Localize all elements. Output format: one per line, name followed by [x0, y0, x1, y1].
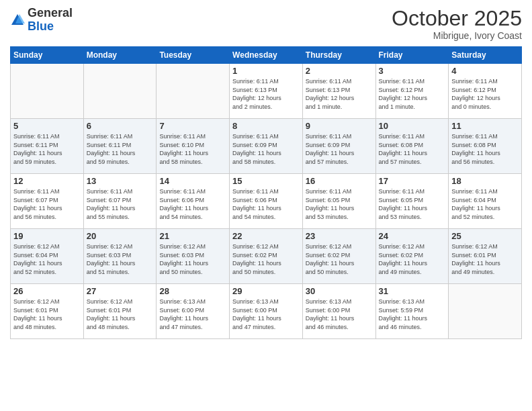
logo-blue: Blue [28, 19, 54, 33]
day-info: Sunrise: 6:12 AM Sunset: 6:04 PM Dayligh… [13, 242, 81, 276]
day-number: 22 [232, 231, 300, 241]
calendar-cell: 23Sunrise: 6:12 AM Sunset: 6:02 PM Dayli… [302, 229, 375, 284]
day-info: Sunrise: 6:13 AM Sunset: 6:00 PM Dayligh… [306, 298, 373, 331]
weekday-header: Saturday [449, 47, 522, 64]
calendar-cell: 26Sunrise: 6:12 AM Sunset: 6:01 PM Dayli… [11, 284, 84, 339]
calendar-cell: 20Sunrise: 6:12 AM Sunset: 6:03 PM Dayli… [83, 229, 157, 284]
header: General Blue October 2025 Mibrigue, Ivor… [10, 7, 522, 41]
day-info: Sunrise: 6:11 AM Sunset: 6:09 PM Dayligh… [232, 132, 300, 166]
calendar-cell: 6Sunrise: 6:11 AM Sunset: 6:11 PM Daylig… [83, 119, 157, 174]
day-number: 27 [87, 286, 154, 296]
calendar-cell: 17Sunrise: 6:11 AM Sunset: 6:05 PM Dayli… [375, 174, 449, 229]
day-info: Sunrise: 6:12 AM Sunset: 6:03 PM Dayligh… [159, 242, 226, 276]
day-info: Sunrise: 6:12 AM Sunset: 6:01 PM Dayligh… [87, 298, 154, 331]
day-number: 14 [159, 176, 226, 186]
calendar-cell: 19Sunrise: 6:12 AM Sunset: 6:04 PM Dayli… [11, 229, 84, 284]
day-number: 28 [159, 286, 226, 296]
day-info: Sunrise: 6:11 AM Sunset: 6:13 PM Dayligh… [306, 77, 373, 111]
day-number: 20 [87, 231, 154, 241]
calendar-cell: 29Sunrise: 6:13 AM Sunset: 6:00 PM Dayli… [230, 284, 303, 339]
calendar-cell: 24Sunrise: 6:12 AM Sunset: 6:02 PM Dayli… [375, 229, 449, 284]
day-info: Sunrise: 6:12 AM Sunset: 6:03 PM Dayligh… [87, 242, 154, 276]
day-info: Sunrise: 6:11 AM Sunset: 6:11 PM Dayligh… [87, 132, 154, 166]
day-info: Sunrise: 6:11 AM Sunset: 6:07 PM Dayligh… [87, 187, 154, 221]
day-info: Sunrise: 6:11 AM Sunset: 6:09 PM Dayligh… [306, 132, 373, 166]
calendar-week-row: 26Sunrise: 6:12 AM Sunset: 6:01 PM Dayli… [11, 284, 522, 339]
day-number: 11 [451, 121, 519, 131]
weekday-header: Friday [375, 47, 449, 64]
day-number: 15 [232, 176, 300, 186]
calendar-cell: 11Sunrise: 6:11 AM Sunset: 6:08 PM Dayli… [449, 119, 522, 174]
day-number: 8 [232, 121, 300, 131]
location-subtitle: Mibrigue, Ivory Coast [392, 30, 522, 41]
day-info: Sunrise: 6:11 AM Sunset: 6:04 PM Dayligh… [451, 187, 519, 221]
calendar-cell [449, 284, 522, 339]
day-number: 1 [232, 66, 300, 76]
day-number: 12 [13, 176, 81, 186]
calendar-cell: 7Sunrise: 6:11 AM Sunset: 6:10 PM Daylig… [157, 119, 230, 174]
calendar-cell: 2Sunrise: 6:11 AM Sunset: 6:13 PM Daylig… [302, 64, 375, 119]
calendar-week-row: 12Sunrise: 6:11 AM Sunset: 6:07 PM Dayli… [11, 174, 522, 229]
calendar-cell: 15Sunrise: 6:11 AM Sunset: 6:06 PM Dayli… [230, 174, 303, 229]
calendar-cell: 30Sunrise: 6:13 AM Sunset: 6:00 PM Dayli… [302, 284, 375, 339]
weekday-header: Monday [83, 47, 157, 64]
calendar-cell: 21Sunrise: 6:12 AM Sunset: 6:03 PM Dayli… [157, 229, 230, 284]
logo: General Blue [10, 7, 73, 34]
day-number: 10 [379, 121, 446, 131]
day-info: Sunrise: 6:11 AM Sunset: 6:06 PM Dayligh… [232, 187, 300, 221]
calendar-week-row: 5Sunrise: 6:11 AM Sunset: 6:11 PM Daylig… [11, 119, 522, 174]
day-number: 17 [379, 176, 446, 186]
day-number: 30 [306, 286, 373, 296]
day-info: Sunrise: 6:11 AM Sunset: 6:05 PM Dayligh… [379, 187, 446, 221]
day-info: Sunrise: 6:11 AM Sunset: 6:08 PM Dayligh… [451, 132, 519, 166]
calendar-cell: 9Sunrise: 6:11 AM Sunset: 6:09 PM Daylig… [302, 119, 375, 174]
calendar-cell: 25Sunrise: 6:12 AM Sunset: 6:01 PM Dayli… [449, 229, 522, 284]
calendar-cell: 1Sunrise: 6:11 AM Sunset: 6:13 PM Daylig… [230, 64, 303, 119]
day-info: Sunrise: 6:11 AM Sunset: 6:07 PM Dayligh… [13, 187, 81, 221]
day-info: Sunrise: 6:12 AM Sunset: 6:01 PM Dayligh… [451, 242, 519, 276]
calendar-cell: 5Sunrise: 6:11 AM Sunset: 6:11 PM Daylig… [11, 119, 84, 174]
calendar-cell: 10Sunrise: 6:11 AM Sunset: 6:08 PM Dayli… [375, 119, 449, 174]
weekday-header: Sunday [11, 47, 84, 64]
header-row: SundayMondayTuesdayWednesdayThursdayFrid… [11, 47, 522, 64]
day-number: 25 [451, 231, 519, 241]
day-number: 19 [13, 231, 81, 241]
day-number: 6 [87, 121, 154, 131]
calendar-cell: 4Sunrise: 6:11 AM Sunset: 6:12 PM Daylig… [449, 64, 522, 119]
logo-general: General [28, 6, 73, 19]
day-number: 7 [159, 121, 226, 131]
calendar-cell: 16Sunrise: 6:11 AM Sunset: 6:05 PM Dayli… [302, 174, 375, 229]
day-info: Sunrise: 6:11 AM Sunset: 6:12 PM Dayligh… [379, 77, 446, 111]
calendar-cell: 28Sunrise: 6:13 AM Sunset: 6:00 PM Dayli… [157, 284, 230, 339]
calendar-cell: 27Sunrise: 6:12 AM Sunset: 6:01 PM Dayli… [83, 284, 157, 339]
weekday-header: Thursday [302, 47, 375, 64]
calendar-week-row: 19Sunrise: 6:12 AM Sunset: 6:04 PM Dayli… [11, 229, 522, 284]
day-number: 31 [379, 286, 446, 296]
logo-icon [10, 13, 25, 28]
day-info: Sunrise: 6:12 AM Sunset: 6:01 PM Dayligh… [13, 298, 81, 331]
calendar-cell: 3Sunrise: 6:11 AM Sunset: 6:12 PM Daylig… [375, 64, 449, 119]
weekday-header: Wednesday [230, 47, 303, 64]
day-info: Sunrise: 6:11 AM Sunset: 6:11 PM Dayligh… [13, 132, 81, 166]
logo-text: General Blue [28, 7, 73, 34]
calendar-table: SundayMondayTuesdayWednesdayThursdayFrid… [10, 46, 522, 339]
day-info: Sunrise: 6:13 AM Sunset: 6:00 PM Dayligh… [232, 298, 300, 331]
month-title: October 2025 [392, 7, 522, 30]
day-info: Sunrise: 6:13 AM Sunset: 5:59 PM Dayligh… [379, 298, 446, 331]
weekday-header: Tuesday [157, 47, 230, 64]
calendar-cell: 14Sunrise: 6:11 AM Sunset: 6:06 PM Dayli… [157, 174, 230, 229]
calendar-cell: 13Sunrise: 6:11 AM Sunset: 6:07 PM Dayli… [83, 174, 157, 229]
day-number: 4 [451, 66, 519, 76]
calendar-cell [157, 64, 230, 119]
day-number: 2 [306, 66, 373, 76]
day-number: 9 [306, 121, 373, 131]
day-number: 13 [87, 176, 154, 186]
calendar-cell: 18Sunrise: 6:11 AM Sunset: 6:04 PM Dayli… [449, 174, 522, 229]
day-number: 29 [232, 286, 300, 296]
day-info: Sunrise: 6:11 AM Sunset: 6:05 PM Dayligh… [306, 187, 373, 221]
day-number: 21 [159, 231, 226, 241]
calendar-cell: 31Sunrise: 6:13 AM Sunset: 5:59 PM Dayli… [375, 284, 449, 339]
day-number: 26 [13, 286, 81, 296]
day-info: Sunrise: 6:11 AM Sunset: 6:13 PM Dayligh… [232, 77, 300, 111]
calendar-cell [11, 64, 84, 119]
